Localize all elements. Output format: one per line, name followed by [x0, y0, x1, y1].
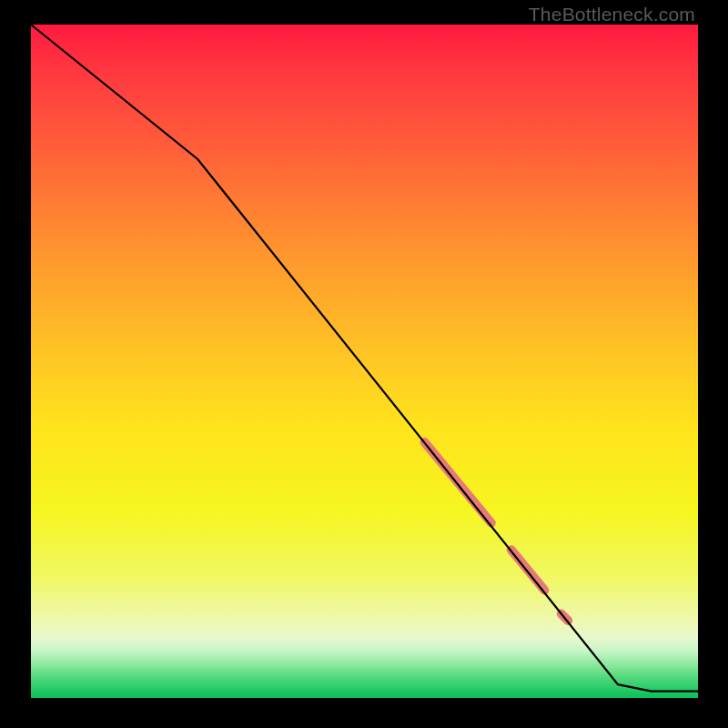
plot-area [31, 25, 698, 698]
watermark-text: TheBottleneck.com [529, 4, 695, 25]
chart-frame: TheBottleneck.com [0, 0, 728, 728]
